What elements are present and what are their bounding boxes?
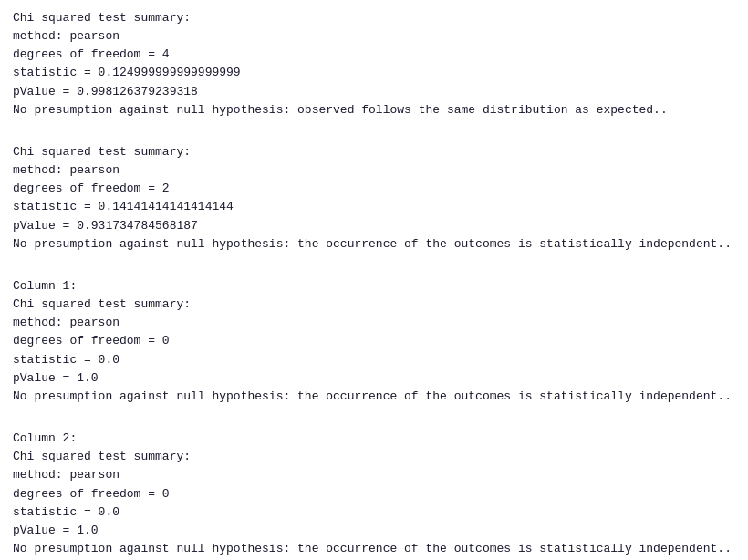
output-line: No presumption against null hypothesis: …	[13, 235, 735, 254]
output-line: Chi squared test summary:	[13, 448, 735, 466]
output-line: pValue = 0.931734784568187	[13, 217, 735, 235]
output-line: statistic = 0.14141414141414144	[13, 198, 735, 216]
output-line: pValue = 1.0	[13, 369, 735, 388]
output-line: degrees of freedom = 0	[13, 485, 735, 503]
output-line: pValue = 1.0	[13, 522, 735, 540]
output-line: Column 2:	[13, 430, 735, 448]
output-line: No presumption against null hypothesis: …	[13, 540, 735, 558]
blank-line	[13, 259, 735, 277]
output-line: No presumption against null hypothesis: …	[13, 101, 735, 119]
output-line: Chi squared test summary:	[13, 9, 735, 27]
output-line: Column 1:	[13, 277, 735, 296]
output-container: Chi squared test summary:method: pearson…	[13, 9, 735, 560]
output-line: statistic = 0.124999999999999999	[13, 64, 735, 82]
blank-line	[13, 125, 735, 143]
output-line: degrees of freedom = 2	[13, 180, 735, 198]
output-line: method: pearson	[13, 466, 735, 484]
output-section-3: Column 1:Chi squared test summary:method…	[13, 277, 735, 406]
output-line: pValue = 0.998126379239318	[13, 83, 735, 101]
output-section-2: Chi squared test summary:method: pearson…	[13, 143, 735, 254]
output-line: degrees of freedom = 4	[13, 46, 735, 64]
output-section-1: Chi squared test summary:method: pearson…	[13, 9, 735, 119]
output-line: Chi squared test summary:	[13, 296, 735, 314]
output-line: degrees of freedom = 0	[13, 332, 735, 350]
output-line: method: pearson	[13, 161, 735, 180]
output-line: Chi squared test summary:	[13, 143, 735, 161]
output-line: No presumption against null hypothesis: …	[13, 388, 735, 406]
output-line: method: pearson	[13, 314, 735, 332]
output-line: method: pearson	[13, 27, 735, 46]
output-line: statistic = 0.0	[13, 351, 735, 369]
output-section-4: Column 2:Chi squared test summary:method…	[13, 430, 735, 558]
blank-line	[13, 411, 735, 430]
output-line: statistic = 0.0	[13, 503, 735, 522]
